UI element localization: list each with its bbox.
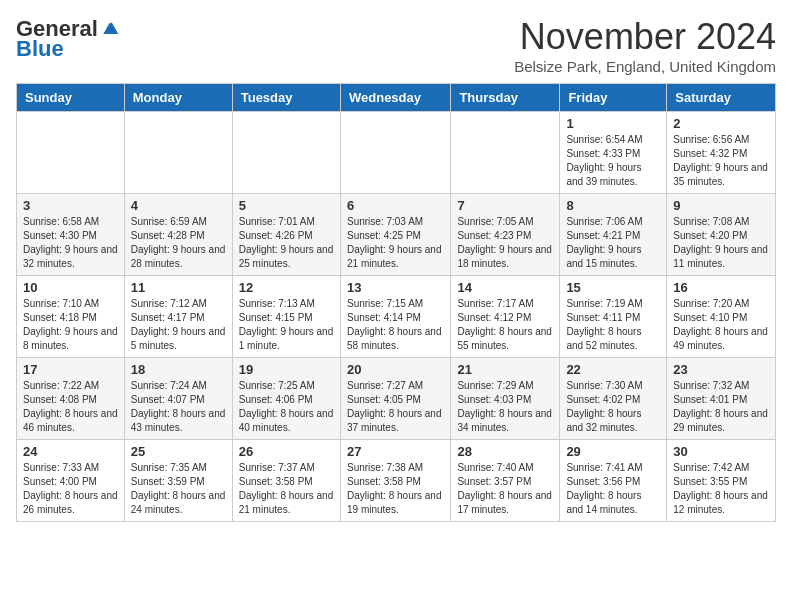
- day-number: 6: [347, 198, 444, 213]
- week-row-1: 3Sunrise: 6:58 AM Sunset: 4:30 PM Daylig…: [17, 194, 776, 276]
- day-info: Sunrise: 7:32 AM Sunset: 4:01 PM Dayligh…: [673, 379, 769, 435]
- day-number: 16: [673, 280, 769, 295]
- day-info: Sunrise: 7:30 AM Sunset: 4:02 PM Dayligh…: [566, 379, 660, 435]
- day-info: Sunrise: 7:12 AM Sunset: 4:17 PM Dayligh…: [131, 297, 226, 353]
- calendar-cell: 4Sunrise: 6:59 AM Sunset: 4:28 PM Daylig…: [124, 194, 232, 276]
- day-number: 11: [131, 280, 226, 295]
- day-number: 25: [131, 444, 226, 459]
- calendar-body: 1Sunrise: 6:54 AM Sunset: 4:33 PM Daylig…: [17, 112, 776, 522]
- day-number: 2: [673, 116, 769, 131]
- calendar-cell: 23Sunrise: 7:32 AM Sunset: 4:01 PM Dayli…: [667, 358, 776, 440]
- calendar-cell: 14Sunrise: 7:17 AM Sunset: 4:12 PM Dayli…: [451, 276, 560, 358]
- header-wednesday: Wednesday: [340, 84, 450, 112]
- header-friday: Friday: [560, 84, 667, 112]
- day-number: 30: [673, 444, 769, 459]
- calendar-cell: 11Sunrise: 7:12 AM Sunset: 4:17 PM Dayli…: [124, 276, 232, 358]
- calendar-header-row: SundayMondayTuesdayWednesdayThursdayFrid…: [17, 84, 776, 112]
- week-row-3: 17Sunrise: 7:22 AM Sunset: 4:08 PM Dayli…: [17, 358, 776, 440]
- week-row-4: 24Sunrise: 7:33 AM Sunset: 4:00 PM Dayli…: [17, 440, 776, 522]
- header-thursday: Thursday: [451, 84, 560, 112]
- day-number: 8: [566, 198, 660, 213]
- calendar-cell: [340, 112, 450, 194]
- calendar-cell: 8Sunrise: 7:06 AM Sunset: 4:21 PM Daylig…: [560, 194, 667, 276]
- day-info: Sunrise: 7:19 AM Sunset: 4:11 PM Dayligh…: [566, 297, 660, 353]
- day-info: Sunrise: 7:29 AM Sunset: 4:03 PM Dayligh…: [457, 379, 553, 435]
- header-monday: Monday: [124, 84, 232, 112]
- day-number: 22: [566, 362, 660, 377]
- day-info: Sunrise: 7:10 AM Sunset: 4:18 PM Dayligh…: [23, 297, 118, 353]
- location: Belsize Park, England, United Kingdom: [514, 58, 776, 75]
- calendar-cell: [451, 112, 560, 194]
- day-info: Sunrise: 7:37 AM Sunset: 3:58 PM Dayligh…: [239, 461, 334, 517]
- week-row-0: 1Sunrise: 6:54 AM Sunset: 4:33 PM Daylig…: [17, 112, 776, 194]
- day-info: Sunrise: 6:54 AM Sunset: 4:33 PM Dayligh…: [566, 133, 660, 189]
- day-number: 20: [347, 362, 444, 377]
- calendar-cell: 1Sunrise: 6:54 AM Sunset: 4:33 PM Daylig…: [560, 112, 667, 194]
- calendar-table: SundayMondayTuesdayWednesdayThursdayFrid…: [16, 83, 776, 522]
- day-info: Sunrise: 7:22 AM Sunset: 4:08 PM Dayligh…: [23, 379, 118, 435]
- day-info: Sunrise: 7:40 AM Sunset: 3:57 PM Dayligh…: [457, 461, 553, 517]
- day-info: Sunrise: 7:27 AM Sunset: 4:05 PM Dayligh…: [347, 379, 444, 435]
- day-number: 17: [23, 362, 118, 377]
- day-number: 10: [23, 280, 118, 295]
- day-info: Sunrise: 7:24 AM Sunset: 4:07 PM Dayligh…: [131, 379, 226, 435]
- day-info: Sunrise: 7:33 AM Sunset: 4:00 PM Dayligh…: [23, 461, 118, 517]
- day-number: 27: [347, 444, 444, 459]
- day-info: Sunrise: 7:13 AM Sunset: 4:15 PM Dayligh…: [239, 297, 334, 353]
- day-number: 7: [457, 198, 553, 213]
- day-info: Sunrise: 7:03 AM Sunset: 4:25 PM Dayligh…: [347, 215, 444, 271]
- logo-icon: [100, 19, 120, 39]
- calendar-cell: 2Sunrise: 6:56 AM Sunset: 4:32 PM Daylig…: [667, 112, 776, 194]
- header-tuesday: Tuesday: [232, 84, 340, 112]
- day-number: 26: [239, 444, 334, 459]
- day-info: Sunrise: 7:20 AM Sunset: 4:10 PM Dayligh…: [673, 297, 769, 353]
- page-header: General Blue November 2024 Belsize Park,…: [16, 16, 776, 75]
- calendar-cell: 5Sunrise: 7:01 AM Sunset: 4:26 PM Daylig…: [232, 194, 340, 276]
- day-number: 18: [131, 362, 226, 377]
- calendar-cell: 7Sunrise: 7:05 AM Sunset: 4:23 PM Daylig…: [451, 194, 560, 276]
- calendar-cell: 21Sunrise: 7:29 AM Sunset: 4:03 PM Dayli…: [451, 358, 560, 440]
- day-number: 13: [347, 280, 444, 295]
- day-number: 23: [673, 362, 769, 377]
- day-number: 14: [457, 280, 553, 295]
- day-info: Sunrise: 7:42 AM Sunset: 3:55 PM Dayligh…: [673, 461, 769, 517]
- calendar-cell: [17, 112, 125, 194]
- day-number: 4: [131, 198, 226, 213]
- day-info: Sunrise: 6:56 AM Sunset: 4:32 PM Dayligh…: [673, 133, 769, 189]
- header-saturday: Saturday: [667, 84, 776, 112]
- calendar-cell: 30Sunrise: 7:42 AM Sunset: 3:55 PM Dayli…: [667, 440, 776, 522]
- day-info: Sunrise: 7:38 AM Sunset: 3:58 PM Dayligh…: [347, 461, 444, 517]
- calendar-cell: 12Sunrise: 7:13 AM Sunset: 4:15 PM Dayli…: [232, 276, 340, 358]
- day-number: 15: [566, 280, 660, 295]
- day-number: 5: [239, 198, 334, 213]
- calendar-cell: 13Sunrise: 7:15 AM Sunset: 4:14 PM Dayli…: [340, 276, 450, 358]
- day-info: Sunrise: 7:15 AM Sunset: 4:14 PM Dayligh…: [347, 297, 444, 353]
- day-info: Sunrise: 7:01 AM Sunset: 4:26 PM Dayligh…: [239, 215, 334, 271]
- calendar-cell: 24Sunrise: 7:33 AM Sunset: 4:00 PM Dayli…: [17, 440, 125, 522]
- day-number: 3: [23, 198, 118, 213]
- day-number: 28: [457, 444, 553, 459]
- day-number: 29: [566, 444, 660, 459]
- calendar-cell: 3Sunrise: 6:58 AM Sunset: 4:30 PM Daylig…: [17, 194, 125, 276]
- calendar-cell: 27Sunrise: 7:38 AM Sunset: 3:58 PM Dayli…: [340, 440, 450, 522]
- calendar-cell: 18Sunrise: 7:24 AM Sunset: 4:07 PM Dayli…: [124, 358, 232, 440]
- title-area: November 2024 Belsize Park, England, Uni…: [514, 16, 776, 75]
- calendar-cell: 19Sunrise: 7:25 AM Sunset: 4:06 PM Dayli…: [232, 358, 340, 440]
- day-info: Sunrise: 7:35 AM Sunset: 3:59 PM Dayligh…: [131, 461, 226, 517]
- day-info: Sunrise: 7:06 AM Sunset: 4:21 PM Dayligh…: [566, 215, 660, 271]
- day-number: 19: [239, 362, 334, 377]
- day-info: Sunrise: 7:08 AM Sunset: 4:20 PM Dayligh…: [673, 215, 769, 271]
- day-info: Sunrise: 7:05 AM Sunset: 4:23 PM Dayligh…: [457, 215, 553, 271]
- calendar-cell: 16Sunrise: 7:20 AM Sunset: 4:10 PM Dayli…: [667, 276, 776, 358]
- calendar-cell: 28Sunrise: 7:40 AM Sunset: 3:57 PM Dayli…: [451, 440, 560, 522]
- month-title: November 2024: [514, 16, 776, 58]
- calendar-cell: 15Sunrise: 7:19 AM Sunset: 4:11 PM Dayli…: [560, 276, 667, 358]
- day-number: 24: [23, 444, 118, 459]
- day-info: Sunrise: 6:58 AM Sunset: 4:30 PM Dayligh…: [23, 215, 118, 271]
- calendar-cell: 26Sunrise: 7:37 AM Sunset: 3:58 PM Dayli…: [232, 440, 340, 522]
- calendar-cell: 10Sunrise: 7:10 AM Sunset: 4:18 PM Dayli…: [17, 276, 125, 358]
- calendar-cell: 9Sunrise: 7:08 AM Sunset: 4:20 PM Daylig…: [667, 194, 776, 276]
- day-number: 12: [239, 280, 334, 295]
- calendar-cell: 25Sunrise: 7:35 AM Sunset: 3:59 PM Dayli…: [124, 440, 232, 522]
- header-sunday: Sunday: [17, 84, 125, 112]
